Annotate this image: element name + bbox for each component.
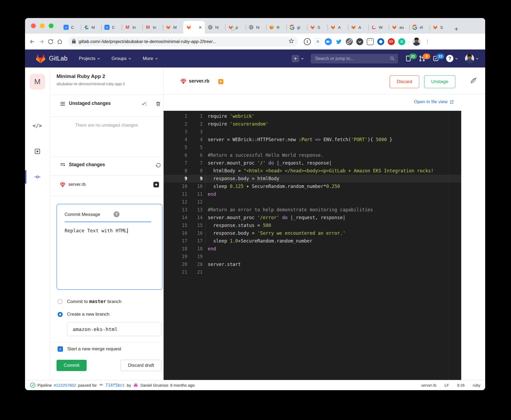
browser-tab[interactable]: MIn (142, 21, 163, 34)
translate-icon[interactable]: G (314, 38, 321, 45)
code-line[interactable]: 1515 response.status = 500 (164, 222, 461, 229)
staged-file-name[interactable]: server.rb (68, 182, 86, 187)
code-line[interactable]: 77server.mount_proc '/' do |_request, re… (164, 159, 461, 167)
status-line-ending[interactable]: LF (445, 383, 449, 387)
code-line[interactable]: 2020server.start (164, 261, 461, 268)
nav-projects[interactable]: Projects (79, 56, 100, 61)
code-line[interactable]: 55 (164, 144, 461, 151)
code-line[interactable]: 1313#Return an error to help demonstrate… (164, 206, 461, 214)
code-line[interactable]: 1616 response.body = 'Sorry we encounter… (164, 229, 461, 237)
browser-tab[interactable]: ≡C (101, 21, 122, 34)
browser-tab[interactable]: ≡C (61, 21, 81, 34)
unstage-button[interactable]: Unstage (424, 75, 455, 88)
browser-tab[interactable]: W (368, 21, 389, 34)
gitlab-brand-name[interactable]: GitLab (49, 55, 68, 62)
discard-draft-button[interactable]: Discard draft (121, 360, 161, 371)
rail-edit-button[interactable]: </> (25, 118, 50, 133)
pipeline-id-link[interactable]: #122257602 (54, 383, 76, 387)
open-file-name[interactable]: server.rb (189, 78, 209, 84)
issues-button[interactable]: 21 (405, 55, 412, 62)
code-line[interactable]: 1010 sleep 0.125 + SecureRandom.random_n… (164, 183, 461, 190)
nav-more[interactable]: More (143, 56, 158, 61)
project-avatar[interactable]: M (30, 74, 45, 90)
rail-review-button[interactable] (25, 144, 50, 159)
editor-scrollbar[interactable] (449, 111, 449, 380)
checkbox-checked-icon[interactable]: ✓ (58, 346, 63, 352)
nav-groups[interactable]: Groups (111, 56, 131, 61)
browser-tab[interactable]: el (409, 21, 430, 34)
staged-file-row[interactable]: server.rb (50, 179, 163, 191)
minimize-window-button[interactable] (40, 23, 45, 28)
code-line[interactable]: 22require 'securerandom' (164, 120, 461, 128)
pocket-icon[interactable] (356, 38, 363, 45)
start-merge-request-option[interactable]: ✓ Start a new merge request (50, 345, 163, 353)
close-window-button[interactable] (31, 23, 36, 28)
browser-tab[interactable]: R (266, 21, 287, 34)
forward-icon[interactable] (37, 37, 46, 46)
branch-name-input[interactable]: amazon-eks-html (67, 322, 161, 336)
user-menu-button[interactable] (465, 54, 479, 63)
status-cursor-position[interactable]: 9:26 (457, 383, 465, 387)
browser-tab[interactable]: au (389, 21, 409, 34)
browser-tab[interactable]: M (81, 21, 101, 34)
link-icon[interactable] (346, 38, 353, 45)
create-new-branch-option[interactable]: Create a new branch (50, 310, 163, 319)
merge-requests-button[interactable]: 3 (419, 55, 425, 62)
address-bar[interactable]: gitlab.com/-/ide/project/abubakar-te-dem… (68, 37, 298, 47)
home-icon[interactable] (55, 37, 64, 46)
todos-button[interactable]: 23 (432, 55, 439, 62)
browser-tab[interactable]: gi (287, 21, 307, 34)
code-line[interactable]: 1818end (164, 245, 461, 253)
url-text[interactable]: gitlab.com/-/ide/project/abubakar-te-dem… (79, 39, 216, 44)
calendar-icon[interactable] (367, 38, 374, 45)
code-line[interactable]: 33 (164, 128, 461, 136)
expressvpn-icon[interactable]: EV (388, 38, 395, 45)
help-menu-button[interactable]: ? (446, 55, 458, 62)
code-line[interactable]: 1212 (164, 198, 461, 206)
tab-close-icon[interactable]: ✕ (199, 25, 202, 30)
browser-tab[interactable]: ✓p (225, 21, 246, 34)
code-editor[interactable]: 11require 'webrick'22require 'securerand… (164, 111, 461, 380)
commit-sha-link[interactable]: 714f5bcc (105, 383, 125, 388)
gitlab-logo[interactable]: GitLab (35, 53, 68, 64)
browser-tab-active[interactable]: ✕ (183, 21, 205, 34)
bookmark-star-icon[interactable] (288, 38, 294, 45)
grammarly-icon[interactable]: G (398, 38, 405, 45)
browser-tab[interactable]: ht (205, 21, 225, 34)
new-menu-button[interactable]: + (292, 55, 304, 62)
code-line-current[interactable]: 99 response.body = htmlBody (164, 175, 461, 183)
open-in-file-view-link[interactable]: Open in file view (414, 99, 454, 105)
back-icon[interactable] (28, 37, 37, 46)
search-input[interactable]: Search or jump to... (311, 54, 398, 63)
browser-tab[interactable]: M (163, 21, 183, 34)
browser-tab[interactable]: S (430, 21, 450, 34)
onepassword-icon[interactable]: 1 (304, 38, 311, 45)
reload-icon[interactable] (46, 37, 55, 46)
browser-menu-icon[interactable]: ⋮ (424, 39, 431, 45)
live-preview-icon[interactable] (470, 77, 477, 85)
blue-ring-icon[interactable] (377, 38, 384, 45)
commit-message-box[interactable]: Commit Message ? Replace Text with HTML (57, 204, 163, 290)
browser-profile-avatar[interactable] (413, 38, 421, 46)
radio-unselected-icon[interactable] (58, 299, 63, 304)
zoom-icon[interactable] (325, 38, 332, 45)
commit-button[interactable]: Commit (57, 360, 87, 371)
browser-tab[interactable]: MIn (122, 21, 142, 34)
browser-tab[interactable]: S (307, 21, 327, 34)
code-line[interactable]: 1414server.mount_proc '/error' do |_requ… (164, 214, 461, 222)
commit-to-master-option[interactable]: Commit to master branch (50, 297, 163, 306)
code-line[interactable]: 44server = WEBrick::HTTPServer.new :Port… (164, 136, 461, 144)
code-line[interactable]: 2121 (164, 268, 461, 276)
code-line[interactable]: 66#Return a successful Hello World respo… (164, 151, 461, 159)
stage-all-icon[interactable] (141, 101, 147, 107)
browser-tab[interactable]: ht (246, 21, 266, 34)
status-language[interactable]: ruby (473, 383, 480, 387)
radio-selected-icon[interactable] (58, 312, 63, 317)
discard-button[interactable]: Discard (390, 75, 419, 88)
zoom-window-button[interactable] (49, 23, 54, 28)
commit-message-input[interactable]: Replace Text with HTML (65, 228, 128, 233)
code-line[interactable]: 1717 sleep 1.0+SecureRandom.random_numbe… (164, 237, 461, 245)
new-tab-button[interactable]: + (452, 24, 461, 34)
commit-help-icon[interactable]: ? (114, 211, 119, 217)
code-line[interactable]: 88 htmlBody = "<html> <head> </head><bod… (164, 167, 461, 175)
